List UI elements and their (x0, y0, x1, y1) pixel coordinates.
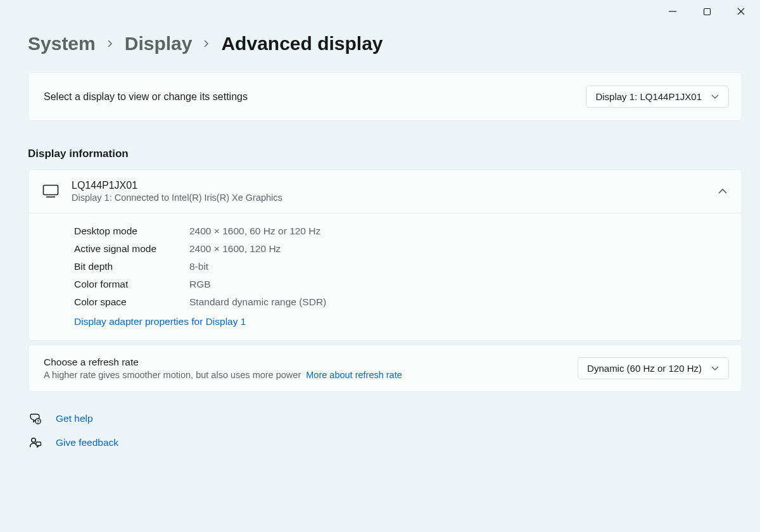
breadcrumb-current: Advanced display (221, 33, 383, 54)
chevron-down-icon (711, 94, 719, 100)
display-subtitle: Display 1: Connected to Intel(R) Iris(R)… (72, 193, 718, 203)
more-about-refresh-rate-link[interactable]: More about refresh rate (306, 370, 402, 380)
chevron-right-icon (203, 39, 210, 52)
breadcrumb-system[interactable]: System (28, 33, 96, 54)
window-controls (0, 0, 760, 22)
select-display-label: Select a display to view or change its s… (44, 91, 248, 103)
give-feedback-link[interactable]: Give feedback (29, 436, 742, 449)
info-row-color-format: Color format RGB (74, 276, 728, 293)
chevron-down-icon (711, 365, 719, 372)
feedback-icon (29, 436, 42, 449)
info-row-active-signal: Active signal mode 2400 × 1600, 120 Hz (74, 240, 728, 258)
refresh-rate-subtitle: A higher rate gives smoother motion, but… (44, 370, 402, 380)
help-icon: ? (29, 412, 42, 425)
info-value: 2400 × 1600, 120 Hz (189, 243, 281, 255)
breadcrumb-display[interactable]: Display (125, 33, 193, 54)
chevron-up-icon[interactable] (718, 186, 728, 197)
give-feedback-label: Give feedback (56, 437, 118, 448)
refresh-rate-card: Choose a refresh rate A higher rate give… (28, 345, 742, 392)
svg-text:?: ? (37, 419, 39, 424)
info-label: Color format (74, 279, 189, 290)
minimize-button[interactable] (668, 6, 678, 16)
display-info-body: Desktop mode 2400 × 1600, 60 Hz or 120 H… (28, 213, 742, 340)
info-label: Bit depth (74, 261, 189, 272)
svg-point-8 (32, 438, 35, 442)
svg-rect-9 (36, 442, 41, 446)
display-info-header[interactable]: LQ144P1JX01 Display 1: Connected to Inte… (28, 170, 742, 213)
get-help-label: Get help (56, 413, 93, 424)
close-button[interactable] (736, 6, 746, 16)
monitor-icon (42, 184, 59, 201)
info-value: 8-bit (189, 261, 208, 272)
refresh-rate-dropdown[interactable]: Dynamic (60 Hz or 120 Hz) (578, 357, 729, 379)
maximize-button[interactable] (702, 6, 712, 16)
info-label: Color space (74, 296, 189, 308)
info-label: Desktop mode (74, 225, 189, 237)
refresh-rate-title: Choose a refresh rate (44, 357, 402, 368)
info-value: 2400 × 1600, 60 Hz or 120 Hz (189, 225, 320, 237)
display-info-card: LQ144P1JX01 Display 1: Connected to Inte… (28, 169, 742, 341)
info-value: RGB (189, 279, 211, 290)
info-label: Active signal mode (74, 243, 189, 255)
svg-rect-4 (44, 186, 58, 195)
info-row-color-space: Color space Standard dynamic range (SDR) (74, 293, 728, 311)
display-selector-value: Display 1: LQ144P1JX01 (595, 91, 702, 102)
display-selector-dropdown[interactable]: Display 1: LQ144P1JX01 (586, 86, 729, 108)
info-value: Standard dynamic range (SDR) (189, 296, 326, 308)
adapter-properties-link[interactable]: Display adapter properties for Display 1 (74, 311, 728, 327)
select-display-card: Select a display to view or change its s… (28, 72, 742, 121)
footer-links: ? Get help Give feedback (28, 412, 742, 449)
display-name: LQ144P1JX01 (72, 180, 718, 191)
breadcrumb: System Display Advanced display (28, 33, 742, 54)
info-row-desktop-mode: Desktop mode 2400 × 1600, 60 Hz or 120 H… (74, 222, 728, 240)
display-information-heading: Display information (28, 148, 742, 160)
info-row-bit-depth: Bit depth 8-bit (74, 258, 728, 276)
chevron-right-icon (107, 39, 113, 52)
refresh-rate-value: Dynamic (60 Hz or 120 Hz) (587, 363, 702, 374)
get-help-link[interactable]: ? Get help (29, 412, 742, 425)
svg-rect-1 (704, 8, 710, 15)
